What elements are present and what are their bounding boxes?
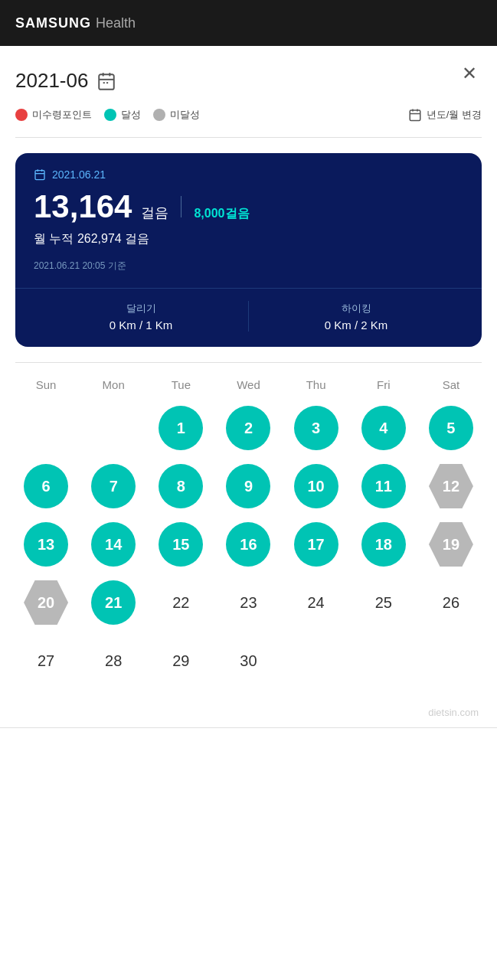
calendar-day[interactable]: 16 xyxy=(226,522,270,567)
legend-unearned: 미수령포인트 xyxy=(15,108,92,122)
calendar-day[interactable]: 22 xyxy=(159,580,203,625)
calendar-day[interactable]: 29 xyxy=(159,639,203,683)
health-brand: Health xyxy=(96,15,136,31)
year-month-change-button[interactable]: 년도/월 변경 xyxy=(408,108,482,122)
calendar-cell: 24 xyxy=(287,577,345,629)
calendar-cell: 1 xyxy=(152,402,210,454)
calendar-day[interactable]: 19 xyxy=(429,522,473,567)
stats-date-row: 2021.06.21 xyxy=(34,168,463,181)
calendar-day-header: Tue xyxy=(151,378,211,391)
activity-running: 달리기 0 Km / 1 Km xyxy=(34,302,248,332)
calendar-cell: 5 xyxy=(422,402,480,454)
calendar-icon[interactable] xyxy=(96,70,117,92)
calendar-cell: 10 xyxy=(287,460,345,512)
calendar-day[interactable]: 27 xyxy=(24,639,68,683)
legend-dot-red xyxy=(15,109,28,121)
calendar-cell: 3 xyxy=(287,402,345,454)
svg-rect-0 xyxy=(100,74,115,90)
stats-date-text: 2021.06.21 xyxy=(52,168,106,181)
watermark: dietsin.com xyxy=(0,704,497,727)
top-divider xyxy=(15,137,482,138)
timestamp-text: 2021.06.21 20:05 기준 xyxy=(34,260,463,273)
stats-card: 2021.06.21 13,164 걸음 8,000걸음 월 누적 262,97… xyxy=(15,153,482,347)
hiking-value: 0 Km / 2 Km xyxy=(249,318,463,332)
calendar-day-header: Sun xyxy=(16,378,76,391)
calendar-cell: 15 xyxy=(152,518,210,570)
app-logo: SAMSUNG Health xyxy=(15,15,136,31)
calendar-day[interactable]: 7 xyxy=(91,464,136,508)
calendar-day[interactable]: 23 xyxy=(226,580,270,625)
legend-not-achieved-label: 미달성 xyxy=(170,108,200,122)
calendar-day[interactable]: 17 xyxy=(294,522,338,567)
calendar-cell: 20 xyxy=(17,577,75,629)
calendar-day[interactable]: 8 xyxy=(159,464,203,508)
calendar-day-header: Sat xyxy=(421,378,481,391)
legend-achieved: 달성 xyxy=(104,108,141,122)
calendar-section: SunMonTueWedThuFriSat 123456789101112131… xyxy=(0,363,497,704)
calendar-day[interactable]: 10 xyxy=(294,464,338,508)
calendar-day[interactable]: 5 xyxy=(429,406,473,450)
calendar-cell: 27 xyxy=(17,635,75,687)
calendar-day[interactable]: 11 xyxy=(361,464,406,508)
calendar-day[interactable]: 30 xyxy=(226,639,270,683)
calendar-cell xyxy=(422,635,480,687)
monthly-unit: 걸음 xyxy=(125,232,149,245)
calendar-day-header: Mon xyxy=(83,378,143,391)
calendar-day[interactable]: 25 xyxy=(361,580,406,625)
svg-rect-10 xyxy=(35,171,44,180)
calendar-day[interactable]: 21 xyxy=(91,580,136,625)
close-button[interactable]: ✕ xyxy=(457,61,482,86)
calendar-day-header: Thu xyxy=(286,378,346,391)
calendar-day[interactable]: 15 xyxy=(159,522,203,567)
calendar-cell xyxy=(355,635,413,687)
calendar-cell: 14 xyxy=(84,518,142,570)
app-header: SAMSUNG Health xyxy=(0,0,497,46)
calendar-day[interactable]: 3 xyxy=(294,406,338,450)
calendar-cell: 16 xyxy=(219,518,277,570)
calendar-day[interactable]: 20 xyxy=(24,580,68,625)
legend-not-achieved: 미달성 xyxy=(153,108,200,122)
calendar-day[interactable]: 13 xyxy=(24,522,68,567)
calendar-day[interactable]: 28 xyxy=(91,639,136,683)
calendar-day[interactable]: 18 xyxy=(361,522,406,567)
calendar-header-row: SunMonTueWedThuFriSat xyxy=(12,378,485,391)
calendar-cell xyxy=(17,402,75,454)
calendar-cell: 22 xyxy=(152,577,210,629)
calendar-week-row: 27282930 xyxy=(12,633,485,688)
card-inner-divider xyxy=(15,288,482,289)
running-value: 0 Km / 1 Km xyxy=(34,318,248,332)
calendar-cell: 18 xyxy=(355,518,413,570)
calendar-grid: 1234567891011121314151617181920212223242… xyxy=(12,400,485,688)
legend-dot-teal xyxy=(104,109,116,121)
calendar-day[interactable]: 26 xyxy=(429,580,473,625)
calendar-week-row: 12345 xyxy=(12,400,485,456)
steps-count: 13,164 xyxy=(34,188,132,225)
calendar-day[interactable]: 4 xyxy=(361,406,406,450)
calendar-cell: 7 xyxy=(84,460,142,512)
date-header-row: 2021-06 xyxy=(0,46,497,100)
calendar-cell: 29 xyxy=(152,635,210,687)
hiking-label: 하이킹 xyxy=(249,302,463,315)
calendar-cell: 9 xyxy=(219,460,277,512)
calendar-day[interactable]: 24 xyxy=(294,580,338,625)
calendar-day[interactable]: 14 xyxy=(91,522,136,567)
calendar-day[interactable]: 9 xyxy=(226,464,270,508)
year-month-label: 년도/월 변경 xyxy=(427,108,482,122)
calendar-cell: 30 xyxy=(219,635,277,687)
steps-unit: 걸음 xyxy=(141,204,168,222)
calendar-day-header: Wed xyxy=(218,378,278,391)
calendar-cell: 11 xyxy=(355,460,413,512)
calendar-day[interactable]: 12 xyxy=(429,464,473,508)
calendar-day[interactable]: 1 xyxy=(159,406,203,450)
monthly-label: 월 누적 xyxy=(34,232,77,245)
svg-rect-6 xyxy=(410,110,420,121)
calendar-cell xyxy=(287,635,345,687)
calendar-cell: 28 xyxy=(84,635,142,687)
steps-row: 13,164 걸음 8,000걸음 xyxy=(34,188,463,225)
main-content: ✕ 2021-06 미수령포인트 달성 미달성 xyxy=(0,46,497,980)
activity-hiking: 하이킹 0 Km / 2 Km xyxy=(249,302,463,332)
legend-bar: 미수령포인트 달성 미달성 년도/월 변경 xyxy=(0,100,497,137)
monthly-steps-row: 월 누적 262,974 걸음 xyxy=(34,231,463,247)
calendar-day[interactable]: 2 xyxy=(226,406,270,450)
calendar-day[interactable]: 6 xyxy=(24,464,68,508)
